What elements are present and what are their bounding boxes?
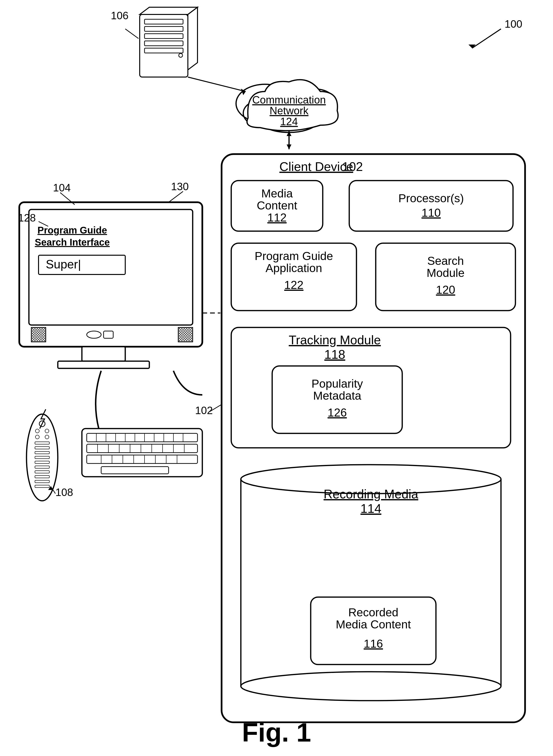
svg-rect-96 (35, 471, 50, 473)
svg-text:114: 114 (361, 502, 382, 515)
svg-text:Fig. 1: Fig. 1 (242, 718, 311, 747)
svg-line-136 (210, 405, 222, 412)
svg-rect-35 (349, 181, 513, 231)
svg-text:112: 112 (267, 211, 287, 224)
svg-text:Network: Network (269, 105, 309, 116)
svg-rect-59 (311, 597, 436, 665)
svg-point-20 (243, 100, 282, 127)
svg-text:Communication: Communication (252, 94, 326, 106)
diagram: 100 106 Communication Network (0, 0, 553, 756)
svg-text:116: 116 (364, 637, 383, 650)
svg-text:Super|: Super| (46, 258, 81, 271)
svg-point-53 (241, 672, 501, 701)
svg-rect-95 (35, 466, 50, 468)
svg-rect-92 (35, 451, 50, 454)
svg-text:Media Content: Media Content (336, 618, 411, 631)
svg-rect-106 (87, 455, 198, 464)
svg-point-84 (26, 414, 58, 501)
svg-text:Recorded: Recorded (348, 606, 398, 619)
svg-point-9 (179, 54, 182, 57)
svg-rect-42 (376, 243, 516, 311)
svg-text:106: 106 (111, 10, 129, 21)
svg-rect-103 (82, 429, 202, 477)
svg-point-85 (39, 421, 45, 427)
svg-text:Recording Media: Recording Media (323, 487, 418, 501)
svg-rect-67 (31, 327, 46, 342)
svg-rect-7 (145, 41, 183, 46)
svg-line-13 (125, 29, 139, 38)
svg-text:130: 130 (171, 181, 188, 192)
svg-rect-97 (35, 476, 50, 478)
svg-marker-11 (188, 7, 198, 70)
svg-rect-99 (35, 485, 50, 488)
svg-marker-26 (287, 131, 292, 136)
svg-text:Processor(s): Processor(s) (398, 192, 464, 205)
svg-rect-104 (87, 433, 198, 442)
svg-rect-46 (231, 327, 510, 448)
svg-text:104: 104 (53, 182, 71, 193)
svg-line-0 (472, 29, 501, 48)
svg-rect-90 (35, 442, 50, 444)
svg-rect-66 (58, 361, 149, 368)
svg-point-19 (258, 103, 320, 133)
svg-point-88 (35, 435, 39, 439)
svg-point-56 (241, 465, 501, 494)
svg-point-18 (294, 89, 337, 123)
svg-point-87 (45, 429, 49, 433)
svg-rect-31 (231, 181, 323, 231)
svg-rect-98 (35, 480, 50, 483)
svg-text:100: 100 (504, 18, 522, 30)
svg-text:128: 128 (18, 212, 35, 224)
svg-text:Client Device: Client Device (280, 160, 353, 174)
svg-rect-105 (87, 444, 198, 453)
svg-text:122: 122 (284, 278, 304, 291)
svg-text:Module: Module (426, 266, 464, 279)
svg-rect-65 (82, 347, 125, 361)
svg-rect-3 (140, 14, 188, 77)
svg-point-86 (35, 429, 39, 433)
svg-text:Popularity: Popularity (311, 377, 363, 390)
svg-rect-93 (35, 456, 50, 459)
svg-point-16 (236, 84, 294, 123)
svg-text:118: 118 (324, 347, 345, 361)
svg-point-21 (250, 89, 328, 128)
svg-point-69 (87, 331, 101, 338)
svg-text:Tracking Module: Tracking Module (289, 333, 381, 347)
svg-text:Program Guide: Program Guide (255, 250, 333, 262)
svg-text:124: 124 (280, 115, 298, 128)
svg-rect-75 (38, 255, 125, 274)
svg-point-17 (270, 82, 318, 115)
svg-rect-49 (272, 366, 402, 433)
svg-text:Search: Search (427, 254, 464, 267)
svg-line-78 (60, 193, 75, 205)
svg-marker-102 (48, 486, 53, 490)
svg-text:120: 120 (436, 283, 455, 296)
svg-marker-1 (468, 45, 476, 48)
svg-text:Content: Content (257, 199, 297, 212)
svg-rect-68 (178, 327, 193, 342)
svg-text:Program Guide: Program Guide (37, 225, 107, 236)
svg-rect-64 (29, 209, 193, 325)
svg-rect-38 (231, 243, 357, 311)
svg-text:108: 108 (55, 486, 73, 498)
svg-line-101 (51, 486, 55, 494)
svg-rect-4 (145, 19, 183, 24)
svg-rect-6 (145, 34, 183, 38)
svg-rect-94 (35, 461, 50, 464)
svg-marker-15 (241, 89, 246, 95)
svg-rect-70 (103, 331, 113, 338)
svg-rect-91 (35, 447, 50, 449)
svg-text:110: 110 (421, 206, 441, 219)
svg-rect-28 (222, 154, 525, 722)
svg-line-82 (169, 191, 183, 202)
svg-rect-8 (145, 48, 183, 53)
svg-line-80 (38, 222, 48, 226)
svg-text:Metadata: Metadata (313, 389, 361, 402)
svg-point-89 (45, 435, 49, 439)
svg-text:Media: Media (261, 187, 293, 200)
svg-line-14 (188, 77, 246, 91)
svg-marker-27 (287, 145, 292, 149)
svg-text:102: 102 (195, 405, 213, 416)
svg-rect-63 (19, 202, 202, 347)
svg-text:Search Interface: Search Interface (35, 237, 109, 248)
